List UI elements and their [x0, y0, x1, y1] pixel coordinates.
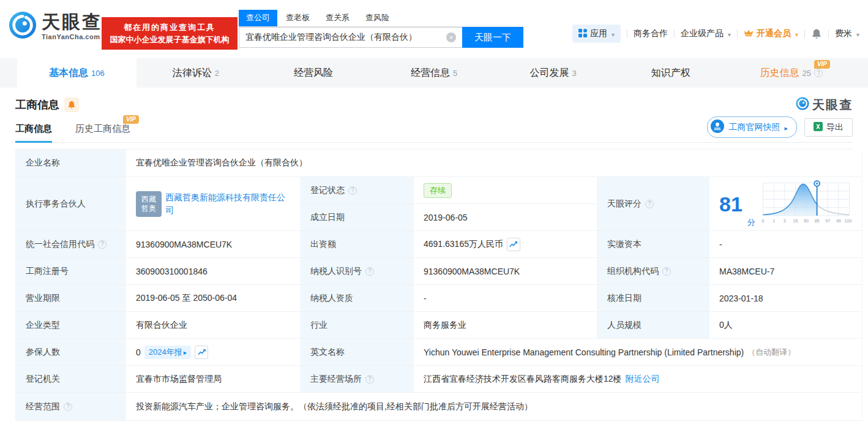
tab-basic-info[interactable]: 基本信息 106 [17, 58, 137, 88]
svg-text:3: 3 [784, 219, 786, 224]
help-icon[interactable] [98, 240, 107, 249]
official-snapshot-button[interactable]: 工商官网快照 [707, 116, 797, 138]
field-label-insured-count: 参保人数 [16, 339, 126, 366]
field-label-tianyan-score: 天眼评分 [597, 177, 709, 231]
svg-text:97: 97 [825, 219, 830, 224]
help-icon[interactable] [662, 267, 671, 276]
crown-icon [744, 28, 754, 40]
apps-grid-icon [578, 29, 587, 39]
field-value-taxpayer-id: 91360900MA38MCEU7K [414, 258, 597, 285]
top-nav: 应用 商务合作 企业级产品 开通会员 [572, 25, 859, 43]
help-icon[interactable] [645, 200, 654, 208]
trend-chart-icon[interactable] [507, 238, 520, 251]
tab-company-development[interactable]: 公司发展 3 [493, 58, 613, 88]
field-label-taxpayer-quality: 纳税人资质 [301, 285, 414, 312]
nearby-companies-link[interactable]: 附近公司 [626, 374, 660, 385]
svg-text:1: 1 [773, 219, 775, 224]
annual-report-badge[interactable]: 2024年报 [144, 346, 191, 359]
chevron-down-icon [610, 29, 615, 39]
slogan-line1: 都在用的商业查询工具 [107, 21, 233, 34]
field-label-establish-date: 成立日期 [301, 204, 414, 231]
field-value-credit-code: 91360900MA38MCEU7K [126, 231, 301, 258]
status-badge: 存续 [424, 183, 452, 198]
field-value-registration-no: 360900310001846 [126, 258, 301, 285]
business-info-table: 企业名称 宜春优唯企业管理咨询合伙企业（有限合伙） 执行事务合伙人 西藏 哲奥 … [15, 149, 853, 421]
search-tab-relation[interactable]: 查关系 [318, 10, 357, 26]
field-value-taxpayer-quality: - [414, 285, 597, 312]
slogan-line2: 国家中小企业发展子基金旗下机构 [107, 34, 233, 46]
help-icon[interactable] [64, 403, 72, 411]
watermark-text: 天眼查 [812, 97, 853, 113]
help-icon[interactable] [348, 186, 357, 195]
help-icon[interactable] [365, 375, 374, 384]
help-icon[interactable] [814, 69, 823, 77]
subtab-history-business-info[interactable]: VIP 历史工商信息 [75, 123, 130, 142]
nav-apps[interactable]: 应用 [572, 25, 621, 43]
nav-business-cooperation[interactable]: 商务合作 [634, 28, 668, 39]
tab-operation-info[interactable]: 经营信息 5 [375, 58, 494, 88]
field-label-staff-size: 人员规模 [597, 312, 709, 339]
username: 费米 [835, 28, 852, 39]
divider [674, 29, 675, 38]
svg-text:15: 15 [793, 219, 798, 224]
score-unit: 分 [747, 217, 755, 228]
field-value-executive-partner: 西藏 哲奥 西藏哲奥新能源科技有限责任公司 [126, 177, 301, 231]
nav-enterprise-products[interactable]: 企业级产品 [681, 28, 731, 39]
nav-enterprise-label: 企业级产品 [681, 28, 724, 39]
field-label-company-name: 企业名称 [16, 150, 126, 177]
svg-text:85: 85 [814, 219, 819, 224]
field-value-tianyan-score[interactable]: 81 分 [709, 177, 862, 231]
field-label-industry: 行业 [301, 312, 414, 339]
divider [804, 29, 805, 38]
search-button[interactable]: 天眼一下 [462, 27, 523, 48]
score-value: 81 [719, 194, 743, 214]
field-value-registration-authority: 宜春市市场监督管理局 [126, 366, 301, 393]
tab-operation-risk[interactable]: 经营风险 [255, 58, 375, 88]
clear-search-icon[interactable] [446, 32, 456, 42]
auto-translate-note: （自动翻译） [747, 347, 795, 358]
field-value-industry: 商务服务业 [414, 312, 597, 339]
slogan-banner: 都在用的商业查询工具 国家中小企业发展子基金旗下机构 [102, 17, 238, 50]
subscribe-bell-icon[interactable] [64, 97, 79, 112]
nav-vip-label: 开通会员 [757, 28, 791, 39]
field-label-english-name: 英文名称 [301, 339, 414, 366]
brand-domain: TianYanCha.com [42, 33, 102, 40]
field-value-approval-date: 2023-01-18 [709, 285, 862, 312]
brand-logo[interactable]: 天眼查 TianYanCha.com [9, 11, 102, 42]
partner-company-link[interactable]: 西藏哲奥新能源科技有限责任公司 [165, 191, 290, 217]
svg-text:0: 0 [761, 219, 764, 224]
nav-open-vip[interactable]: 开通会员 [744, 28, 798, 40]
field-label-registration-authority: 登记机关 [16, 366, 126, 393]
field-label-credit-code: 统一社会信用代码 [16, 231, 126, 258]
svg-text:100: 100 [844, 219, 851, 224]
partner-avatar[interactable]: 西藏 哲奥 [136, 191, 162, 217]
search-tabs: 查公司 查老板 查关系 查风险 [239, 10, 523, 27]
search-input[interactable] [239, 27, 462, 48]
tab-legal-proceedings[interactable]: 法律诉讼 2 [137, 58, 256, 88]
field-label-business-scope: 经营范围 [16, 393, 126, 421]
tab-history-info[interactable]: VIP 历史信息 25 [731, 58, 851, 88]
export-button[interactable]: 导出 [804, 118, 853, 137]
watermark-logo: 天眼查 [796, 97, 853, 113]
field-label-executive-partner: 执行事务合伙人 [16, 177, 126, 231]
chevron-down-icon [855, 29, 859, 39]
search-tab-company[interactable]: 查公司 [239, 10, 277, 26]
search-tab-boss[interactable]: 查老板 [279, 10, 317, 26]
field-value-paid-capital: - [709, 231, 862, 258]
field-value-staff-size: 0人 [709, 312, 862, 339]
subtab-business-info[interactable]: 工商信息 [15, 123, 52, 142]
help-icon[interactable] [365, 267, 374, 276]
tab-intellectual-property[interactable]: 知识产权 [613, 58, 732, 88]
field-label-taxpayer-id: 纳税人识别号 [301, 258, 414, 285]
field-label-company-type: 企业类型 [16, 312, 126, 339]
section-title: 工商信息 [15, 97, 59, 112]
tianyancha-swirl-icon [796, 97, 809, 113]
company-section-tabs: 基本信息 106 法律诉讼 2 经营风险 经营信息 5 公司发展 3 知识产权 … [0, 58, 868, 88]
field-value-establish-date: 2019-06-05 [414, 204, 597, 231]
notifications-bell-icon[interactable] [811, 28, 822, 39]
vip-badge: VIP [123, 115, 139, 124]
vip-badge: VIP [814, 60, 830, 69]
nav-user-account[interactable]: 费米 [835, 28, 859, 39]
trend-chart-icon[interactable] [195, 346, 208, 359]
search-tab-risk[interactable]: 查风险 [358, 10, 397, 26]
